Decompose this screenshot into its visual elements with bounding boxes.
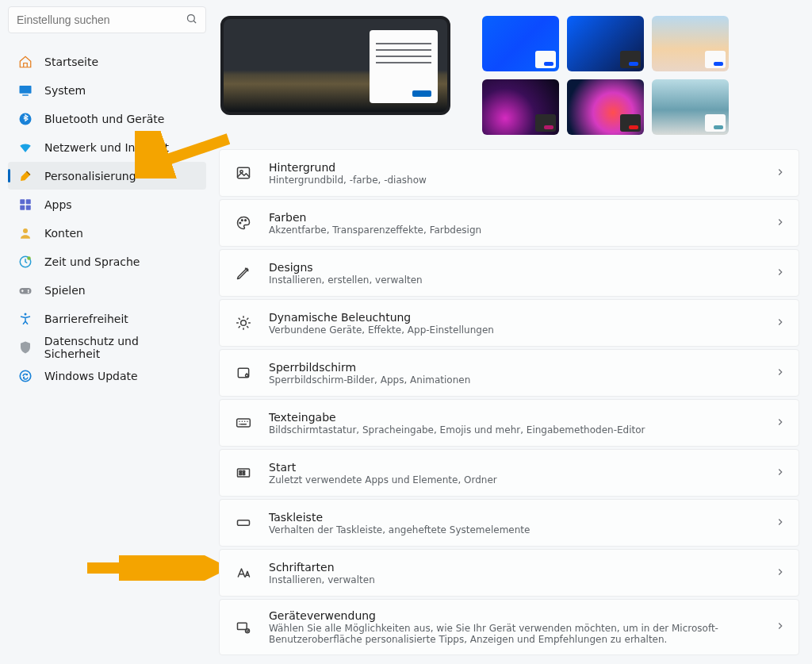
sidebar-item-label: System <box>44 84 86 97</box>
palette-icon <box>232 215 255 231</box>
chevron-right-icon <box>775 167 786 180</box>
theme-thumb-4[interactable] <box>567 79 644 135</box>
search-input[interactable] <box>17 13 186 26</box>
svg-point-0 <box>188 15 195 22</box>
sidebar-item-clock[interactable]: Zeit und Sprache <box>8 248 206 275</box>
card-title: Start <box>269 461 775 474</box>
preview-row <box>214 0 799 149</box>
sidebar-item-system[interactable]: System <box>8 76 206 104</box>
chevron-right-icon <box>775 416 786 430</box>
chevron-right-icon <box>775 466 786 480</box>
game-icon <box>17 282 33 298</box>
svg-rect-23 <box>238 368 248 378</box>
pen-icon <box>232 265 255 281</box>
svg-line-1 <box>193 21 196 23</box>
search-icon <box>186 13 197 27</box>
svg-rect-25 <box>237 419 251 427</box>
sidebar-item-shield[interactable]: Datenschutz und Sicherheit <box>8 333 206 361</box>
card-title: Taskleiste <box>269 511 775 524</box>
bluetooth-icon <box>17 111 33 127</box>
theme-thumb-3[interactable] <box>482 79 559 135</box>
search-box[interactable] <box>8 6 206 33</box>
card-subtitle: Sperrbildschirm-Bilder, Apps, Animatione… <box>269 374 775 386</box>
light-icon <box>232 315 255 331</box>
svg-point-19 <box>239 222 241 224</box>
svg-rect-29 <box>239 474 242 475</box>
taskbar-icon <box>232 515 255 531</box>
theme-thumbnails <box>482 16 729 135</box>
a11y-icon <box>17 311 33 327</box>
svg-rect-26 <box>238 469 250 477</box>
card-picture[interactable]: Hintergrund Hintergrundbild, -farbe, -di… <box>219 149 799 197</box>
svg-point-13 <box>28 290 29 291</box>
sidebar-item-label: Zeit und Sprache <box>44 255 140 268</box>
card-title: Texteingabe <box>269 411 775 424</box>
card-device[interactable]: Geräteverwendung Wählen Sie alle Möglich… <box>219 599 799 655</box>
card-title: Designs <box>269 261 775 274</box>
theme-thumb-1[interactable] <box>567 16 644 71</box>
chevron-right-icon <box>775 367 786 380</box>
svg-rect-3 <box>22 94 29 96</box>
chevron-right-icon <box>775 566 786 580</box>
sidebar-item-label: Windows Update <box>44 370 138 382</box>
main: Hintergrund Hintergrundbild, -farbe, -di… <box>214 0 812 664</box>
card-lock[interactable]: Sperrbildschirm Sperrbildschirm-Bilder, … <box>219 349 799 397</box>
sidebar-item-wifi[interactable]: Netzwerk und Internet <box>8 133 206 161</box>
system-icon <box>17 83 33 98</box>
fonts-icon <box>232 565 255 581</box>
sidebar-item-label: Apps <box>44 198 72 211</box>
sidebar-item-label: Barrierefreiheit <box>44 313 128 325</box>
card-subtitle: Zuletzt verwendete Apps und Elemente, Or… <box>269 474 775 486</box>
sidebar-item-person[interactable]: Konten <box>8 219 206 247</box>
nav-list: Startseite System Bluetooth und Geräte N… <box>8 48 206 390</box>
sidebar-item-bluetooth[interactable]: Bluetooth und Geräte <box>8 105 206 132</box>
card-title: Geräteverwendung <box>269 609 775 622</box>
picture-icon <box>232 165 255 181</box>
card-title: Schriftarten <box>269 561 775 574</box>
card-keyboard[interactable]: Texteingabe Bildschirmtastatur, Sprachei… <box>219 399 799 447</box>
theme-thumb-2[interactable] <box>652 16 729 71</box>
card-light[interactable]: Dynamische Beleuchtung Verbundene Geräte… <box>219 299 799 347</box>
svg-rect-32 <box>238 623 247 629</box>
update-icon <box>17 368 33 384</box>
sidebar-item-label: Konten <box>44 227 83 240</box>
svg-point-21 <box>245 220 247 221</box>
svg-point-14 <box>28 291 29 293</box>
sidebar-item-brush[interactable]: Personalisierung <box>8 162 206 190</box>
theme-thumb-0[interactable] <box>482 16 559 71</box>
svg-rect-7 <box>20 205 25 209</box>
svg-point-11 <box>27 256 31 260</box>
brush-icon <box>17 168 33 184</box>
svg-rect-8 <box>26 205 31 209</box>
settings-list: Hintergrund Hintergrundbild, -farbe, -di… <box>214 149 799 655</box>
card-start[interactable]: Start Zuletzt verwendete Apps und Elemen… <box>219 449 799 497</box>
svg-rect-30 <box>243 474 245 475</box>
card-fonts[interactable]: Schriftarten Installieren, verwalten <box>219 549 799 597</box>
card-title: Dynamische Beleuchtung <box>269 311 775 324</box>
svg-point-15 <box>25 313 27 315</box>
sidebar-item-a11y[interactable]: Barrierefreiheit <box>8 305 206 332</box>
lock-icon <box>232 365 255 381</box>
card-pen[interactable]: Designs Installieren, erstellen, verwalt… <box>219 249 799 297</box>
sidebar-item-game[interactable]: Spielen <box>8 276 206 304</box>
svg-point-20 <box>242 220 243 221</box>
svg-rect-6 <box>26 199 31 204</box>
sidebar-item-apps[interactable]: Apps <box>8 190 206 218</box>
card-taskbar[interactable]: Taskleiste Verhalten der Taskleiste, ang… <box>219 499 799 547</box>
card-palette[interactable]: Farben Akzentfarbe, Transparenzeffekte, … <box>219 199 799 247</box>
sidebar-item-home[interactable]: Startseite <box>8 48 206 75</box>
card-title: Hintergrund <box>269 161 775 174</box>
theme-thumb-5[interactable] <box>652 79 729 135</box>
sidebar-item-label: Datenschutz und Sicherheit <box>44 335 197 360</box>
card-subtitle: Bildschirmtastatur, Spracheingabe, Emoji… <box>269 424 775 436</box>
clock-icon <box>17 254 33 270</box>
svg-rect-5 <box>20 199 25 204</box>
card-subtitle: Installieren, erstellen, verwalten <box>269 274 775 286</box>
apps-icon <box>17 197 33 213</box>
chevron-right-icon <box>775 267 786 280</box>
wifi-icon <box>17 140 33 155</box>
sidebar-item-update[interactable]: Windows Update <box>8 362 206 390</box>
card-title: Farben <box>269 211 775 224</box>
chevron-right-icon <box>775 516 786 530</box>
svg-rect-28 <box>243 471 245 473</box>
